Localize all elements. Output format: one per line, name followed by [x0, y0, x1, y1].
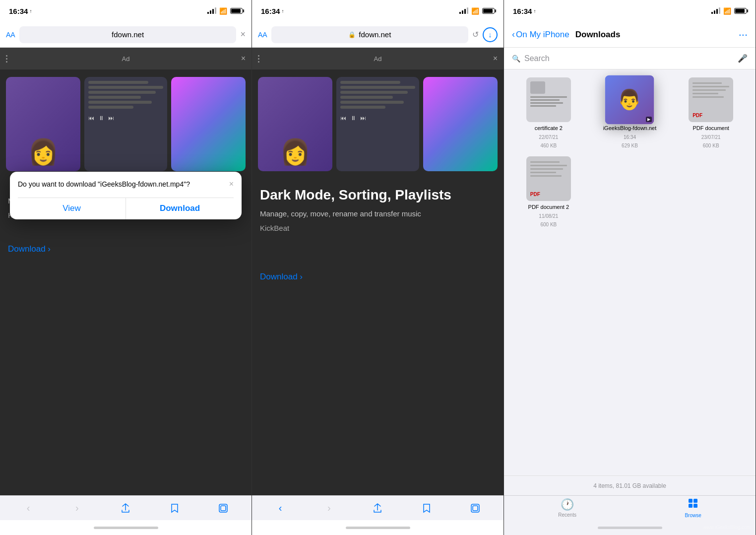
- download-dialog: Do you want to download "iGeeksBlog-fdow…: [10, 172, 242, 219]
- files-nav-bar: ‹ On My iPhone Downloads ···: [504, 22, 756, 48]
- files-more-btn[interactable]: ···: [739, 28, 748, 41]
- watermark: www.iGeeksBlog.com: [703, 525, 751, 530]
- music-card-1a: [6, 77, 80, 171]
- page-download-link-2[interactable]: Download ›: [260, 272, 496, 282]
- signal-icon-3: [711, 8, 720, 14]
- music-card-1b: ⏮ ⏸ ⏭: [84, 77, 167, 171]
- share-btn-2[interactable]: [368, 498, 387, 518]
- page-heading-2: Dark Mode, Sorting, Playlists: [260, 187, 496, 203]
- svg-rect-4: [689, 499, 693, 503]
- url-text-1: fdown.net: [112, 30, 144, 39]
- ad-banner-2: Ad ×: [252, 48, 504, 69]
- battery-icon-2: [482, 8, 495, 14]
- forward-btn-1[interactable]: ›: [67, 498, 87, 518]
- url-bar-2[interactable]: 🔒 fdown.net: [271, 26, 468, 43]
- files-footer-text: 4 items, 81.01 GB available: [593, 482, 666, 489]
- dialog-close-btn[interactable]: ×: [229, 180, 234, 189]
- browser-bar-1: AA fdown.net ×: [0, 22, 252, 48]
- status-icons-2: 📶: [459, 7, 495, 15]
- ad-text-1: Ad: [122, 55, 130, 63]
- page-download-link-1[interactable]: Download ›: [8, 244, 244, 254]
- dialog-title: Do you want to download "iGeeksBlog-fdow…: [18, 180, 229, 190]
- ad-close-1[interactable]: ×: [241, 54, 246, 63]
- wifi-icon-3: 📶: [723, 7, 731, 15]
- file-item-3[interactable]: PDF document 2 11/08/21 600 KB: [512, 156, 585, 227]
- back-btn-2[interactable]: ‹: [270, 498, 290, 518]
- file-date-3: 11/08/21: [539, 213, 558, 219]
- page-content-2: Dark Mode, Sorting, Playlists Manage, co…: [252, 179, 504, 290]
- tab-browse-label: Browse: [685, 513, 701, 518]
- aa-button-2[interactable]: AA: [258, 31, 267, 39]
- home-indicator-1: [0, 520, 252, 535]
- ad-close-2[interactable]: ×: [493, 54, 498, 63]
- svg-rect-1: [221, 506, 226, 511]
- music-card-2c: [423, 77, 498, 171]
- music-card-2a: [258, 77, 332, 171]
- file-size-2: 600 KB: [703, 143, 719, 148]
- url-bar-1[interactable]: fdown.net: [19, 26, 237, 43]
- phone-2: 16:34 ↑ 📶 AA 🔒 fdown.net ↺ ↓: [252, 0, 504, 535]
- ad-banner-1: Ad ×: [0, 48, 252, 69]
- tab-recents[interactable]: 🕐 Recents: [558, 498, 576, 518]
- download-circle-btn[interactable]: ↓: [483, 27, 498, 42]
- phone-3: 16:34 ↑ 📶 ‹ On My iPhone Downloads ···: [504, 0, 756, 535]
- svg-rect-5: [693, 499, 697, 503]
- file-name-3: PDF document 2: [528, 204, 569, 210]
- wifi-icon-2: 📶: [471, 7, 479, 15]
- page-appname-2: KickBeat: [260, 224, 496, 232]
- aa-button-1[interactable]: AA: [6, 31, 15, 39]
- file-item-2[interactable]: PDF document 23/07/21 600 KB: [674, 77, 748, 148]
- share-btn-1[interactable]: [116, 498, 135, 518]
- file-item-1[interactable]: 👨 ▶ iGeeksBlog-fdown.net 16:34 629 KB: [593, 77, 667, 148]
- reload-btn-2[interactable]: ↺: [472, 30, 479, 39]
- browser-bar-2: AA 🔒 fdown.net ↺ ↓: [252, 22, 504, 48]
- files-back-label: On My iPhone: [516, 30, 569, 40]
- file-thumb-1: 👨 ▶: [605, 75, 654, 125]
- status-time-2: 16:34 ↑: [261, 7, 284, 15]
- tabs-btn-2[interactable]: [465, 498, 485, 518]
- status-time-3: 16:34 ↑: [513, 7, 536, 15]
- phone-1: 16:34 ↑ 📶 AA fdown.net ×: [0, 0, 252, 535]
- tab-recents-label: Recents: [558, 512, 576, 518]
- home-indicator-2: [252, 520, 504, 535]
- browser-close-1[interactable]: ×: [240, 29, 246, 40]
- files-tab-bar: 🕐 Recents Browse: [504, 495, 756, 520]
- file-size-3: 600 KB: [540, 222, 557, 227]
- file-name-0: certificate 2: [535, 125, 563, 132]
- search-placeholder: Search: [524, 54, 734, 63]
- files-title: Downloads: [575, 30, 733, 40]
- search-icon: 🔍: [512, 55, 520, 63]
- tabs-btn-1[interactable]: [213, 498, 233, 518]
- file-date-0: 22/07/21: [539, 134, 558, 140]
- svg-rect-6: [689, 504, 693, 508]
- status-time-1: 16:34 ↑: [9, 7, 32, 15]
- files-search-bar: 🔍 Search 🎤: [504, 48, 756, 69]
- ad-text-2: Ad: [374, 55, 382, 63]
- mic-icon[interactable]: 🎤: [738, 54, 748, 63]
- signal-icon-2: [459, 8, 468, 14]
- file-thumb-3: [526, 156, 571, 201]
- status-icons-3: 📶: [711, 7, 747, 15]
- back-btn-1[interactable]: ‹: [18, 498, 38, 518]
- bookmarks-btn-2[interactable]: [417, 498, 437, 518]
- tab-browse[interactable]: Browse: [685, 498, 701, 518]
- dialog-buttons: View Download: [18, 198, 234, 219]
- status-bar-1: 16:34 ↑ 📶: [0, 0, 252, 22]
- browser-content-1: Ad × ⏮ ⏸ ⏭: [0, 48, 252, 495]
- files-back-btn[interactable]: ‹ On My iPhone: [512, 29, 569, 40]
- forward-btn-2[interactable]: ›: [319, 498, 339, 518]
- cards-area-2: ⏮ ⏸ ⏭: [252, 69, 504, 179]
- file-thumb-0: [526, 77, 571, 122]
- dialog-download-btn[interactable]: Download: [126, 198, 234, 219]
- status-icons-1: 📶: [207, 7, 243, 15]
- dialog-view-btn[interactable]: View: [18, 198, 126, 219]
- file-name-1: iGeeksBlog-fdown.net: [603, 125, 657, 132]
- svg-rect-3: [473, 506, 478, 511]
- file-item-0[interactable]: certificate 2 22/07/21 460 KB: [512, 77, 585, 148]
- browser-bottom-2: ‹ ›: [252, 495, 504, 520]
- url-text-2: fdown.net: [359, 30, 391, 39]
- bookmarks-btn-1[interactable]: [165, 498, 185, 518]
- file-size-0: 460 KB: [540, 143, 557, 148]
- battery-icon-1: [230, 8, 243, 14]
- browser-content-2: Ad × ⏮ ⏸ ⏭ Dark Mode, Sort: [252, 48, 504, 495]
